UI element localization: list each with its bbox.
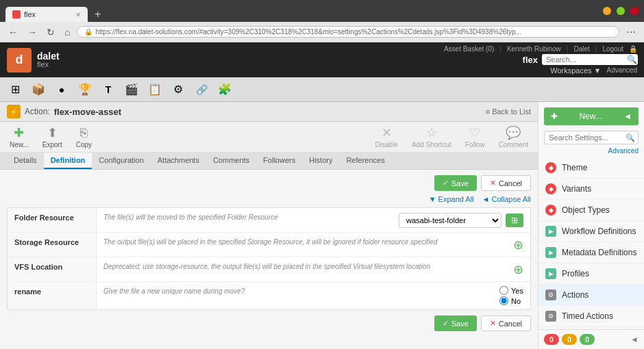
- badge-red: 0: [544, 334, 559, 345]
- tabs-bar: Details Definition Configuration Attachm…: [0, 153, 538, 170]
- rename-no-label[interactable]: No: [499, 296, 523, 305]
- logo-subtext: flex: [37, 61, 60, 68]
- variants-label: Variants: [562, 184, 591, 194]
- export-icon: ⬆: [47, 125, 58, 140]
- home-button[interactable]: ⌂: [62, 25, 73, 39]
- header-search-input[interactable]: [542, 54, 638, 65]
- dalet-logo: d: [7, 48, 32, 73]
- add-shortcut-button[interactable]: ☆ Add Shortcut: [409, 124, 454, 150]
- toolbar-icon-trophy[interactable]: 🏆: [74, 79, 96, 101]
- sidebar-item-timed-actions[interactable]: ⚙ Timed Actions: [538, 306, 644, 327]
- back-to-list[interactable]: ≡ Back to List: [486, 107, 531, 116]
- form-row-folder: Folder Resource The file(s) will be move…: [8, 208, 530, 233]
- toolbar-icon-film[interactable]: 🎬: [121, 79, 143, 101]
- new-button[interactable]: ✚ New...: [7, 124, 32, 150]
- address-bar[interactable]: 🔒 https://flex.na.dalet-solutions.com/#a…: [77, 26, 619, 38]
- export-button[interactable]: ⬆ Export: [40, 124, 65, 150]
- rename-no-radio[interactable]: [499, 296, 508, 305]
- user-link[interactable]: Kenneth Rubinow: [507, 45, 561, 53]
- storage-resource-add-btn[interactable]: ⊕: [513, 237, 523, 253]
- back-button[interactable]: ←: [5, 25, 21, 39]
- action-toolbar: ✚ New... ⬆ Export ⎘ Copy ✕ Disable ☆: [0, 122, 538, 153]
- collapse-all-link[interactable]: ◄ Collapse All: [482, 195, 531, 203]
- forward-button[interactable]: →: [25, 25, 40, 39]
- sidebar-advanced-link[interactable]: Advanced: [544, 147, 639, 155]
- folder-resource-action-btn[interactable]: ⊞: [506, 214, 523, 227]
- toolbar-icon-gear[interactable]: ⚙: [167, 79, 189, 101]
- toolbar-icon-circle[interactable]: ●: [51, 79, 73, 101]
- rename-yes-label[interactable]: Yes: [499, 286, 523, 295]
- refresh-button[interactable]: ↻: [44, 25, 58, 39]
- close-button[interactable]: [630, 7, 639, 15]
- sidebar-item-object-types[interactable]: ◆ Object Types: [538, 200, 644, 221]
- storage-resource-desc: The output file(s) will be placed in the…: [97, 233, 506, 257]
- tab-followers[interactable]: Followers: [256, 153, 302, 169]
- cancel-button-bottom[interactable]: ✕ Cancel: [481, 315, 531, 331]
- tab-comments[interactable]: Comments: [206, 153, 256, 169]
- metadata-definitions-label: Metadata Definitions: [562, 248, 636, 257]
- sidebar-bottom-arrow-icon[interactable]: ◄: [630, 335, 639, 344]
- tab-history[interactable]: History: [302, 153, 339, 169]
- dalet-link[interactable]: Dalet: [573, 45, 589, 53]
- add-shortcut-icon: ☆: [426, 125, 437, 140]
- save-button-top[interactable]: ✓ Save: [434, 175, 477, 191]
- vfs-location-add-btn[interactable]: ⊕: [513, 262, 523, 277]
- comment-button[interactable]: 💬 Comment: [496, 124, 531, 150]
- address-text: https://flex.na.dalet-solutions.com/#act…: [95, 28, 521, 36]
- folder-resource-select[interactable]: wasabi-test-folder: [399, 213, 501, 228]
- sidebar-item-actions[interactable]: ⚙ Actions: [538, 285, 644, 306]
- sidebar-item-metadata-definitions[interactable]: ▶ Metadata Definitions: [538, 242, 644, 263]
- folder-resource-desc: The file(s) will be moved to the specifi…: [97, 208, 392, 232]
- sidebar-search-input[interactable]: [544, 131, 639, 144]
- toolbar-icon-grid[interactable]: ⊞: [4, 79, 26, 101]
- app-toolbar: ⊞ 📦 ● 🏆 T 🎬 📋 ⚙ 🔗 🧩: [0, 77, 644, 102]
- storage-resource-label: Storage Resource: [8, 233, 97, 257]
- logout-link[interactable]: Logout: [602, 45, 623, 53]
- sidebar-item-theme[interactable]: ◆ Theme: [538, 157, 644, 179]
- expand-all-link[interactable]: ▼ Expand All: [429, 195, 474, 203]
- save-check-icon: ✓: [443, 179, 449, 188]
- list-icon: ≡: [486, 107, 490, 116]
- lock-icon: 🔒: [629, 45, 637, 53]
- theme-icon: ◆: [545, 162, 556, 173]
- toolbar-icon-box[interactable]: 📦: [27, 79, 49, 101]
- follow-button[interactable]: ♡ Follow: [462, 124, 488, 150]
- disable-button[interactable]: ✕ Disable: [373, 124, 401, 150]
- form-area: ✓ Save ✕ Cancel ▼ Expand All ◄ Collapse …: [0, 170, 538, 349]
- sidebar-item-profiles[interactable]: ▶ Profiles: [538, 263, 644, 285]
- sidebar-new-button[interactable]: ✚ New... ◄: [544, 107, 639, 125]
- asset-basket-link[interactable]: Asset Basket (0): [444, 45, 494, 53]
- tab-attachments[interactable]: Attachments: [151, 153, 206, 169]
- save-button-bottom[interactable]: ✓ Save: [434, 315, 477, 331]
- tab-favicon: [12, 10, 21, 18]
- maximize-button[interactable]: [617, 7, 625, 15]
- minimize-button[interactable]: [603, 7, 611, 15]
- tab-definition[interactable]: Definition: [44, 153, 92, 169]
- active-tab[interactable]: flex ✕: [5, 7, 88, 22]
- rename-desc: Give the file a new unique name during m…: [97, 282, 493, 309]
- sidebar: ✚ New... ◄ 🔍 Advanced ◆ Theme ◆ Variants…: [538, 102, 644, 349]
- advanced-link[interactable]: Advanced: [607, 66, 637, 75]
- toolbar-icon-link[interactable]: 🔗: [190, 79, 212, 101]
- menu-button[interactable]: ⋯: [623, 25, 639, 39]
- tab-references[interactable]: References: [339, 153, 391, 169]
- sidebar-item-variants[interactable]: ◆ Variants: [538, 179, 644, 200]
- sidebar-item-workflow-definitions[interactable]: ▶ Workflow Definitions: [538, 221, 644, 242]
- cancel-button-top[interactable]: ✕ Cancel: [481, 175, 531, 191]
- new-tab-button[interactable]: +: [89, 7, 106, 22]
- vfs-location-control: ⊕: [506, 257, 530, 281]
- copy-button[interactable]: ⎘ Copy: [73, 125, 95, 150]
- comment-icon: 💬: [506, 125, 521, 140]
- workspaces-button[interactable]: Workspaces ▼: [550, 66, 601, 75]
- form-row-rename: rename Give the file a new unique name d…: [8, 282, 530, 309]
- tab-configuration[interactable]: Configuration: [92, 153, 150, 169]
- rename-yes-radio[interactable]: [499, 286, 508, 295]
- tab-details[interactable]: Details: [7, 153, 44, 169]
- tab-close-icon[interactable]: ✕: [75, 11, 81, 18]
- sidebar-search-icon: 🔍: [626, 133, 635, 142]
- disable-icon: ✕: [382, 125, 392, 140]
- toolbar-icon-puzzle[interactable]: 🧩: [214, 79, 236, 101]
- cancel-x-icon: ✕: [490, 179, 496, 188]
- toolbar-icon-text[interactable]: T: [97, 79, 119, 101]
- toolbar-icon-clipboard[interactable]: 📋: [144, 79, 166, 101]
